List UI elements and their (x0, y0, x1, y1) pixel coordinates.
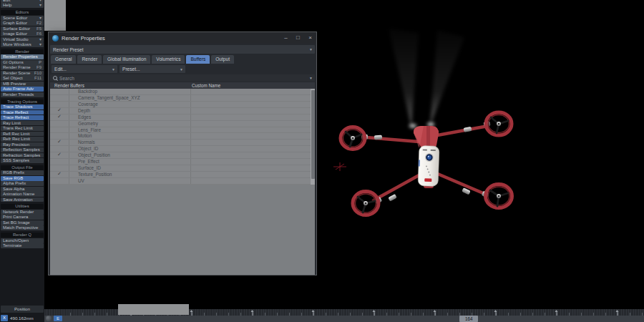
render-checkbox[interactable] (50, 159, 69, 165)
sidebar-item[interactable]: Refl Rec Limit (1, 132, 44, 137)
render-checkbox[interactable] (50, 89, 69, 94)
sidebar-item[interactable]: Refr Rec Limit (1, 137, 44, 142)
sidebar-item[interactable]: Scene Editor ▾ (1, 16, 44, 21)
tab[interactable]: Global Illumination (103, 55, 150, 64)
sidebar-item[interactable]: Match Perspective (1, 225, 44, 230)
keyframe-marker[interactable] (433, 310, 436, 316)
sidebar-item[interactable]: Help ▾ (1, 3, 44, 8)
sidebar-item[interactable]: Tracing Options (1, 99, 44, 104)
render-checkbox[interactable] (50, 108, 69, 114)
timeline-labels[interactable]: 020406080100120140180200220 (44, 316, 644, 322)
axis-x-button[interactable]: X (1, 315, 8, 321)
table-row[interactable]: Object_ID (50, 146, 311, 152)
table-row[interactable]: Camera_Tangent_Space_XYZ (50, 95, 311, 102)
sidebar-item[interactable]: Editors (1, 10, 44, 15)
sidebar-item[interactable]: GI Options P (1, 60, 44, 65)
custom-name-cell[interactable] (190, 127, 311, 133)
sidebar-item[interactable]: Graph Editor F2 (1, 21, 44, 26)
custom-name-cell[interactable] (190, 178, 311, 184)
render-checkbox[interactable] (50, 127, 69, 133)
keyframe-marker[interactable] (311, 310, 315, 316)
sidebar-item[interactable]: Trans Rec Limit (1, 126, 44, 131)
sidebar-item[interactable]: Auto Frame Adv (1, 87, 44, 92)
sidebar-item[interactable]: Edit ▾ (1, 0, 44, 3)
current-frame-handle[interactable]: 164 (459, 316, 478, 322)
sidebar-item[interactable]: MB Preview (1, 82, 44, 87)
tab[interactable]: Volumetrics (152, 55, 185, 64)
sidebar-item[interactable]: Render Scene F10 (1, 71, 44, 76)
maximize-button[interactable]: □ (292, 32, 304, 44)
custom-name-cell[interactable] (190, 159, 311, 165)
table-row[interactable]: Lens_Flare (50, 127, 311, 134)
table-row[interactable]: Depth (50, 108, 311, 114)
sidebar-item[interactable]: Print Camera (1, 215, 44, 220)
minimize-button[interactable]: – (280, 32, 292, 44)
scrollbar-thumb[interactable] (311, 90, 315, 179)
sidebar-item[interactable]: Image Editor F6 (1, 31, 44, 36)
render-checkbox[interactable] (50, 140, 69, 145)
preset-dropdown[interactable]: Preset... ▼ (119, 65, 185, 73)
sidebar-item[interactable]: Launch/Open (1, 238, 44, 243)
sidebar-item[interactable]: Save Animation (1, 197, 44, 203)
custom-name-cell[interactable] (190, 102, 311, 107)
minislider-knob[interactable] (46, 316, 52, 321)
render-checkbox[interactable] (50, 133, 69, 139)
tab[interactable]: General (51, 55, 76, 64)
table-row[interactable]: Geometry (50, 121, 311, 127)
custom-name-cell[interactable] (190, 146, 311, 152)
sidebar-item[interactable]: Surface Editor F5 (1, 26, 44, 31)
sidebar-item[interactable]: Set BG Image (1, 220, 44, 225)
custom-name-cell[interactable] (190, 95, 311, 101)
sidebar-item[interactable]: Trace Reflect (1, 110, 44, 115)
keyframe-marker[interactable] (250, 310, 254, 316)
custom-name-cell[interactable] (190, 140, 311, 145)
keyframe-marker[interactable] (615, 310, 619, 316)
render-checkbox[interactable] (50, 152, 69, 158)
sidebar-item[interactable]: Utilities (1, 204, 44, 209)
render-checkbox[interactable] (50, 121, 69, 127)
edit-dropdown[interactable]: Edit... ▼ (52, 65, 117, 73)
keyframe-marker[interactable] (190, 310, 193, 316)
sidebar-item[interactable]: Refraction Samples (1, 153, 44, 158)
custom-name-cell[interactable] (190, 108, 311, 114)
sidebar-item[interactable]: Output File (1, 165, 44, 170)
sidebar-item[interactable]: Reflection Samples (1, 147, 44, 152)
sidebar-item[interactable]: Render Frame F9 (1, 65, 44, 70)
table-row[interactable]: Coverage (50, 102, 311, 108)
render-checkbox[interactable] (50, 114, 69, 120)
render-checkbox[interactable] (50, 165, 69, 171)
sidebar-item[interactable]: RGB Prefix (1, 170, 44, 175)
sidebar-item[interactable]: Render Properties (1, 54, 44, 59)
sidebar-item[interactable]: Trace Shadows (1, 104, 44, 109)
column-header-render[interactable]: Render (54, 83, 69, 88)
custom-name-cell[interactable] (190, 121, 311, 127)
table-row[interactable]: Backdrop (50, 89, 311, 95)
sidebar-item[interactable]: Save RGB (1, 176, 44, 181)
sidebar-item[interactable]: Render (1, 49, 44, 54)
table-row[interactable]: UV (50, 178, 311, 185)
tab[interactable]: Buffers (186, 55, 210, 64)
table-row[interactable]: Object_Position (50, 152, 311, 159)
sidebar-item[interactable]: Animation Name (1, 192, 44, 197)
sidebar-item[interactable]: Ray Precision (1, 142, 44, 147)
custom-name-cell[interactable] (190, 114, 311, 120)
custom-name-cell[interactable] (190, 152, 311, 158)
render-checkbox[interactable] (50, 172, 69, 177)
sidebar-item[interactable]: Render Threads (1, 92, 44, 97)
custom-name-cell[interactable] (190, 133, 311, 139)
sidebar-item[interactable]: SSS Samples (1, 158, 44, 163)
sidebar-item[interactable]: Ray Limit (1, 121, 44, 126)
sidebar-item[interactable]: Render Q (1, 233, 44, 238)
render-checkbox[interactable] (50, 146, 69, 152)
sidebar-item[interactable]: Alpha Prefix (1, 181, 44, 186)
tab[interactable]: Output (211, 55, 234, 64)
envelope-button[interactable]: E (54, 316, 62, 321)
sidebar-item[interactable]: Virtual Studio ▾ (1, 37, 44, 42)
position-value-field[interactable]: 490.162mm (10, 315, 44, 321)
keyframe-marker[interactable] (372, 310, 376, 316)
table-scrollbar[interactable] (311, 89, 315, 185)
table-row[interactable]: Texture_Position (50, 172, 311, 178)
render-preset-dropdown[interactable]: Render Preset ▼ (50, 45, 315, 54)
column-header-buffers[interactable]: Buffers (70, 83, 84, 88)
table-row[interactable]: Edges (50, 114, 311, 121)
